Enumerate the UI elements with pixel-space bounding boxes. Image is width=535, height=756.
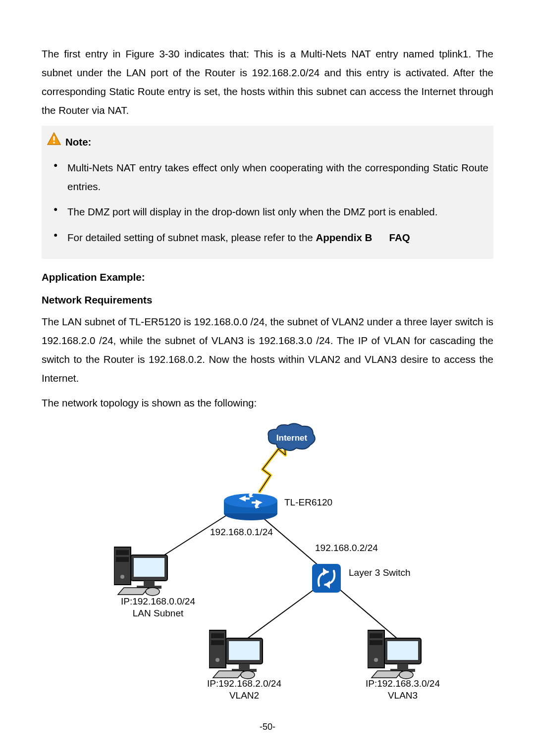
spacer: [372, 232, 389, 243]
vlan3-label: IP:192.168.3.0/24 VLAN3: [361, 678, 445, 702]
note-item: For detailed setting of subnet mask, ple…: [67, 228, 488, 247]
topology-intro: The network topology is shown as the fol…: [42, 394, 493, 412]
appendix-b-link: Appendix B: [316, 232, 372, 243]
switch-icon: [309, 561, 344, 596]
svg-rect-1: [53, 136, 54, 141]
vlan3-name-text: VLAN3: [388, 690, 418, 701]
page-number: -50-: [0, 719, 535, 735]
lan-subnet-label: IP:192.168.0.0/24 LAN Subnet: [116, 596, 200, 619]
network-topology-figure: Internet TL-ER6120 192.168.0.1/24: [79, 418, 456, 698]
vlan2-pc-icon: [209, 628, 268, 683]
warning-icon: [47, 132, 61, 152]
faq-link: FAQ: [389, 232, 410, 243]
network-requirements-heading: Network Requirements: [42, 291, 493, 309]
vlan2-label: IP:192.168.2.0/24 VLAN2: [202, 678, 286, 702]
note-heading: Note:: [47, 132, 488, 152]
internet-cloud-icon: Internet: [266, 422, 318, 454]
vlan3-ip-text: IP:192.168.3.0/24: [366, 678, 440, 689]
router-ip-label: 192.168.0.1/24: [210, 526, 273, 538]
lan-ip-text: IP:192.168.0.0/24: [121, 596, 195, 606]
lan-name-text: LAN Subnet: [133, 608, 183, 618]
note-list: Multi-Nets NAT entry takes effect only w…: [47, 158, 488, 248]
vlan3-pc-icon: [368, 628, 427, 683]
page: The first entry in Figure 3-30 indicates…: [0, 0, 535, 756]
network-requirements-paragraph: The LAN subnet of TL-ER5120 is 192.168.0…: [42, 312, 493, 388]
vlan2-ip-text: IP:192.168.2.0/24: [207, 678, 281, 689]
note-box: Note: Multi-Nets NAT entry takes effect …: [42, 126, 493, 259]
internet-label: Internet: [276, 433, 308, 443]
vlan2-name-text: VLAN2: [229, 690, 259, 701]
intro-paragraph: The first entry in Figure 3-30 indicates…: [42, 45, 493, 120]
switch-name-label: Layer 3 Switch: [349, 567, 411, 579]
router-model-label: TL-ER6120: [284, 497, 332, 508]
note-item: Multi-Nets NAT entry takes effect only w…: [67, 158, 488, 196]
note-item: The DMZ port will display in the drop-do…: [67, 202, 488, 221]
note-heading-text: Note:: [65, 133, 91, 151]
router-icon: [221, 488, 280, 522]
svg-rect-14: [312, 564, 341, 593]
lan-pc-icon: [114, 545, 173, 600]
switch-ip-label: 192.168.0.2/24: [315, 542, 378, 554]
application-example-heading: Application Example:: [42, 268, 493, 287]
note-item-text: For detailed setting of subnet mask, ple…: [67, 232, 316, 243]
svg-point-2: [53, 142, 55, 144]
